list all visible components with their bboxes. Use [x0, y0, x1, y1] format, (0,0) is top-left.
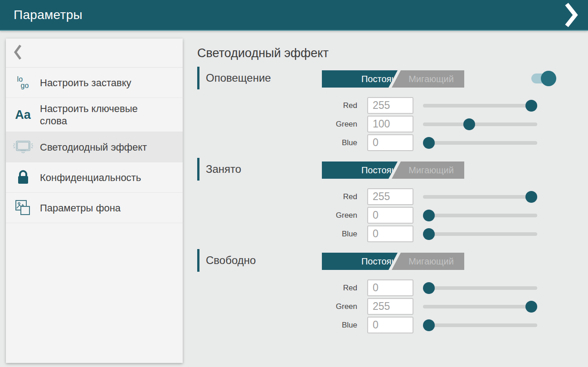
channel-label: Blue [322, 230, 357, 239]
section-accent-bar [197, 158, 199, 181]
section-accent-bar [197, 67, 199, 89]
channel-row-blue: Blue [322, 225, 588, 242]
sidebar-item-privacy[interactable]: Конфиденциальность [6, 162, 183, 193]
slider-track [423, 214, 537, 217]
slider-track [423, 104, 537, 108]
green-slider[interactable] [423, 210, 537, 221]
channel-label: Red [322, 101, 357, 110]
green-slider[interactable] [423, 301, 537, 313]
sidebar-item-label: Настроить заставку [40, 77, 131, 89]
mode-segmented-control: Мигающий Постоянный [322, 253, 464, 270]
toggle-knob [541, 71, 556, 86]
led-effect-panel: Светодиодный эффект Оповещение Мигающий … [197, 31, 588, 367]
sidebar-item-label: Параметры фона [40, 202, 121, 214]
channel-label: Green [322, 120, 357, 129]
sidebar: logo Настроить заставку Aa Настроить клю… [6, 39, 183, 363]
mode-segmented-control: Мигающий Постоянный [322, 70, 464, 88]
blue-slider[interactable] [423, 137, 537, 149]
slider-track [423, 286, 537, 290]
red-value-input[interactable] [367, 188, 413, 205]
sidebar-item-background[interactable]: Параметры фона [6, 193, 183, 223]
blue-value-input[interactable] [367, 317, 413, 333]
slider-thumb[interactable] [525, 100, 537, 112]
blue-slider[interactable] [423, 319, 537, 331]
red-value-input[interactable] [367, 97, 413, 114]
red-value-input[interactable] [367, 279, 413, 296]
blue-slider[interactable] [423, 228, 537, 240]
slider-thumb[interactable] [423, 282, 435, 294]
sidebar-item-label: Светодиодный эффект [40, 141, 147, 153]
slider-thumb[interactable] [463, 118, 475, 130]
channel-row-blue: Blue [322, 317, 588, 333]
section-free: Свободно Мигающий Постоянный Red Green [197, 249, 588, 333]
section-label: Занято [206, 163, 241, 176]
green-value-input[interactable] [367, 207, 413, 224]
section-busy: Занято Мигающий Постоянный Red Green [197, 158, 588, 242]
section-label: Свободно [206, 254, 256, 267]
sidebar-item-label: Настроить ключевые слова [40, 103, 154, 127]
sidebar-item-label: Конфиденциальность [40, 171, 141, 184]
slider-track [423, 122, 537, 126]
slider-track [423, 305, 537, 308]
red-slider[interactable] [423, 100, 537, 112]
channel-label: Green [322, 302, 357, 311]
slider-thumb[interactable] [525, 191, 537, 203]
mode-segmented-control: Мигающий Постоянный [322, 161, 464, 179]
sidebar-item-led-effect[interactable]: Светодиодный эффект [6, 132, 183, 162]
logo-text-icon: logo [6, 76, 40, 89]
slider-thumb[interactable] [423, 228, 435, 240]
channel-row-red: Red [322, 97, 588, 114]
slider-thumb[interactable] [423, 137, 435, 149]
channel-row-blue: Blue [322, 134, 588, 151]
app-header: Параметры [0, 0, 588, 31]
red-slider[interactable] [423, 282, 537, 294]
channel-row-green: Green [322, 116, 588, 132]
lock-icon [6, 170, 40, 185]
section-label: Оповещение [206, 72, 271, 84]
channel-label: Red [322, 192, 357, 201]
slider-thumb[interactable] [525, 301, 537, 313]
chevron-left-icon [14, 44, 22, 62]
slider-track [423, 195, 537, 199]
channel-label: Blue [322, 321, 357, 330]
slider-thumb[interactable] [423, 210, 435, 221]
green-value-input[interactable] [367, 116, 413, 132]
section-alert: Оповещение Мигающий Постоянный Red Green [197, 67, 588, 151]
background-images-icon [6, 199, 40, 216]
page-title: Параметры [14, 8, 83, 22]
slider-thumb[interactable] [423, 319, 435, 331]
section-accent-bar [197, 249, 199, 272]
blue-value-input[interactable] [367, 134, 413, 151]
channel-label: Blue [322, 138, 357, 147]
slider-track [423, 323, 537, 327]
blue-value-input[interactable] [367, 225, 413, 242]
chevron-right-icon[interactable] [564, 2, 578, 28]
channel-row-green: Green [322, 298, 588, 315]
sidebar-item-splash-screen[interactable]: logo Настроить заставку [6, 68, 183, 98]
channel-row-red: Red [322, 188, 588, 205]
red-slider[interactable] [423, 191, 537, 203]
sidebar-back-button[interactable] [6, 39, 183, 68]
channel-label: Red [322, 284, 357, 293]
channel-row-red: Red [322, 279, 588, 296]
alert-toggle-switch[interactable] [531, 73, 555, 83]
sidebar-item-keywords[interactable]: Aa Настроить ключевые слова [6, 98, 183, 132]
slider-track [423, 232, 537, 236]
led-display-icon [6, 138, 40, 156]
panel-title: Светодиодный эффект [197, 46, 588, 60]
channel-label: Green [322, 211, 357, 220]
green-value-input[interactable] [367, 298, 413, 315]
green-slider[interactable] [423, 118, 537, 130]
slider-track [423, 141, 537, 145]
aa-text-icon: Aa [6, 108, 40, 122]
channel-row-green: Green [322, 207, 588, 224]
